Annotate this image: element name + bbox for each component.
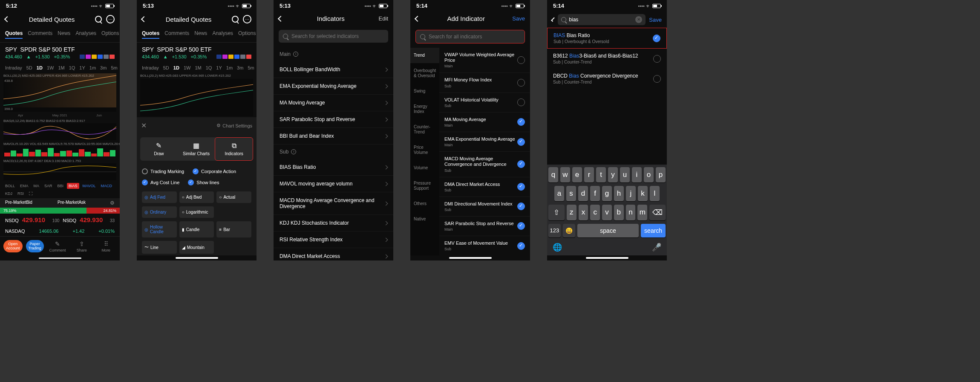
clear-icon[interactable]: ✕: [635, 16, 642, 23]
cat-pressure[interactable]: Pressure Support: [410, 176, 439, 196]
delete-key[interactable]: ⌫: [649, 205, 666, 220]
key-z[interactable]: z: [567, 205, 576, 220]
adj-bwd-button[interactable]: ○ Adj Bwd: [179, 191, 214, 203]
tf-5d[interactable]: 5D: [26, 65, 32, 70]
tab-quotes[interactable]: Quotes: [5, 30, 23, 39]
indicator-item[interactable]: EMV Ease of Movement ValueSub: [439, 236, 530, 255]
more-button[interactable]: ⋯: [106, 15, 115, 23]
key-a[interactable]: a: [554, 186, 564, 201]
result-item[interactable]: B3612 Bias3-Bias6 and Bias6-Bias12Sub | …: [547, 49, 667, 69]
tf-1y[interactable]: 1Y: [79, 65, 85, 70]
search-input[interactable]: [569, 17, 633, 23]
cat-trend[interactable]: Trend: [410, 48, 439, 63]
corp-action-toggle[interactable]: Corporate Action: [193, 168, 236, 174]
close-icon[interactable]: ✕: [141, 122, 147, 130]
search-input[interactable]: [429, 34, 520, 40]
indicator-rsi[interactable]: RSI Relative Strength Index: [274, 232, 393, 248]
key-u[interactable]: u: [620, 167, 630, 182]
key-k[interactable]: k: [638, 186, 648, 201]
share-button[interactable]: ⇪Share: [71, 240, 92, 252]
bias-chart[interactable]: [3, 123, 116, 140]
key-g[interactable]: g: [602, 186, 612, 201]
pill-macd[interactable]: MACD: [99, 183, 114, 189]
key-q[interactable]: q: [548, 167, 558, 182]
search-button[interactable]: [94, 15, 103, 23]
show-lines-toggle[interactable]: Show lines: [188, 179, 219, 185]
home-indicator[interactable]: [449, 257, 492, 259]
cat-swing[interactable]: Swing: [410, 84, 439, 99]
tf-1m[interactable]: 1M: [58, 65, 64, 70]
more-button[interactable]: ⋯: [243, 15, 251, 23]
cat-energy[interactable]: Energy Index: [410, 99, 439, 119]
back-icon[interactable]: [141, 16, 147, 22]
indicator-item[interactable]: MACD Moving Average Convergence and Dive…: [439, 152, 530, 177]
tf-1w[interactable]: 1W: [47, 65, 54, 70]
indicator-item[interactable]: MA Moving AverageMain: [439, 113, 530, 132]
key-n[interactable]: n: [626, 205, 636, 220]
key-r[interactable]: r: [584, 167, 594, 182]
key-p[interactable]: p: [656, 167, 666, 182]
key-j[interactable]: j: [626, 186, 636, 201]
save-button[interactable]: Save: [512, 15, 525, 22]
indicator-list[interactable]: VWAP Volume Weighted Average PriceMainMF…: [439, 48, 530, 255]
emoji-key[interactable]: 😀: [563, 224, 575, 237]
avg-cost-toggle[interactable]: Avg Cost Line: [142, 179, 179, 185]
ordinary-button[interactable]: ◎ Ordinary: [142, 206, 177, 218]
tf-3m[interactable]: 3m: [100, 65, 107, 70]
macd-chart[interactable]: [3, 163, 116, 180]
indicator-item[interactable]: VWAP Volume Weighted Average PriceMain: [439, 48, 530, 73]
info-icon[interactable]: i: [293, 52, 298, 57]
search-button[interactable]: [231, 15, 239, 23]
adj-fwd-button[interactable]: ◎ Adj Fwd: [142, 191, 177, 203]
indicator-bbi[interactable]: BBI Bull and Bear Index: [274, 128, 393, 145]
pill-ma[interactable]: MA: [32, 183, 41, 189]
key-x[interactable]: x: [579, 205, 588, 220]
tf-1d[interactable]: 1D: [37, 65, 43, 70]
key-v[interactable]: v: [602, 205, 612, 220]
indicator-item[interactable]: EMA Exponential Moving AverageMain: [439, 132, 530, 152]
search-bar[interactable]: [415, 30, 525, 43]
pill-mavol[interactable]: MAVOL: [81, 183, 98, 189]
back-icon[interactable]: [4, 16, 10, 22]
more-button[interactable]: ⠿More: [95, 240, 116, 252]
space-key[interactable]: space: [577, 224, 639, 237]
key-t[interactable]: t: [596, 167, 606, 182]
paper-trading-button[interactable]: Paper Trading: [26, 240, 44, 253]
tab-options[interactable]: Options: [238, 30, 256, 39]
result-item[interactable]: DBCD Bias Convergence DivergenceSub | Co…: [547, 69, 667, 89]
key-l[interactable]: l: [650, 186, 660, 201]
open-account-button[interactable]: Open Account: [3, 240, 23, 253]
draw-button[interactable]: ✎Draw: [140, 137, 178, 161]
globe-icon[interactable]: 🌐: [553, 243, 562, 252]
key-f[interactable]: f: [590, 186, 600, 201]
pill-bbi[interactable]: BBI: [56, 183, 66, 189]
back-icon[interactable]: [551, 17, 556, 22]
home-indicator[interactable]: [39, 258, 81, 259]
indicator-ma[interactable]: MA Moving Average: [274, 95, 393, 111]
indicator-kdj[interactable]: KDJ KDJ Stochastics Indicator: [274, 215, 393, 232]
similar-charts-button[interactable]: ▦Similar Charts: [178, 137, 215, 161]
search-key[interactable]: search: [641, 224, 666, 237]
cat-ob-os[interactable]: Overbought & Oversold: [410, 63, 439, 84]
indicator-sar[interactable]: SAR Parabolic Stop and Reverse: [274, 111, 393, 128]
search-input[interactable]: [291, 33, 384, 39]
actual-button[interactable]: ○ Actual: [216, 191, 251, 203]
main-chart[interactable]: [140, 79, 253, 117]
home-indicator[interactable]: [586, 257, 628, 259]
indicator-mavol[interactable]: MAVOL moving average volumn: [274, 176, 393, 192]
tab-analyses[interactable]: Analyses: [75, 30, 96, 39]
indicators-button[interactable]: ⧉Indicators: [215, 137, 253, 161]
bar-button[interactable]: ≡ Bar: [216, 221, 251, 237]
key-s[interactable]: s: [566, 186, 576, 201]
indicator-bias[interactable]: BIAS Bias Ratio: [274, 159, 393, 176]
key-e[interactable]: e: [572, 167, 582, 182]
indicator-macd[interactable]: MACD Moving Average Convergence and Dive…: [274, 192, 393, 215]
key-c[interactable]: c: [590, 205, 600, 220]
chart-settings-button[interactable]: ⚙ Chart Settings: [216, 123, 252, 128]
pill-rsi[interactable]: RSI: [16, 191, 26, 197]
pill-ema[interactable]: EMA: [18, 183, 30, 189]
tab-analyses[interactable]: Analyses: [212, 30, 233, 39]
tf-1q[interactable]: 1Q: [69, 65, 75, 70]
cat-others[interactable]: Others: [410, 196, 439, 211]
result-item[interactable]: BIAS Bias RatioSub | Overbought & Overso…: [547, 28, 667, 49]
